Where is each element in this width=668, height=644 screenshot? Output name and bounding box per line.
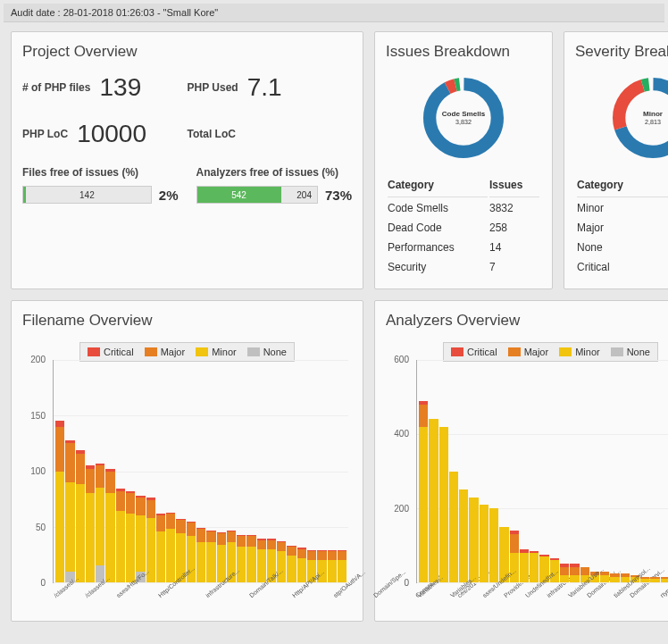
chart-bar bbox=[480, 360, 488, 582]
chart-bar bbox=[621, 360, 630, 582]
table-row: Critical bbox=[577, 258, 668, 276]
chart-bar bbox=[449, 360, 458, 582]
chart-bar bbox=[469, 360, 478, 582]
chart-bar bbox=[600, 360, 609, 582]
legend: Critical Major Minor None bbox=[443, 342, 658, 362]
chart-bar bbox=[86, 360, 95, 582]
chart-bar bbox=[489, 360, 498, 582]
chart-bar bbox=[297, 360, 306, 582]
chart-bar bbox=[76, 360, 85, 582]
issues-breakdown-title: Issues Breakdown bbox=[386, 43, 541, 61]
chart-bar bbox=[429, 360, 438, 582]
filename-overview-panel: Filename Overview Critical Major Minor N… bbox=[11, 300, 363, 622]
issues-donut: Code Smells 3,832 bbox=[419, 73, 508, 163]
chart-bar bbox=[227, 360, 236, 582]
issues-table: CategoryIssues Code Smells3832Dead Code2… bbox=[386, 177, 541, 278]
svg-text:2,813: 2,813 bbox=[645, 119, 661, 126]
analyzers-free-label: Analyzers free of issues (%) bbox=[196, 166, 353, 179]
chart-bar bbox=[116, 360, 125, 582]
chart-bar bbox=[105, 360, 114, 582]
chart-bar bbox=[459, 360, 468, 582]
chart-bar bbox=[287, 360, 296, 582]
audit-bar: Audit date : 28-01-2018 01:26:03 - "Smal… bbox=[4, 4, 664, 22]
chart-bar bbox=[307, 360, 316, 582]
chart-bar bbox=[570, 360, 579, 582]
chart-bar bbox=[267, 360, 276, 582]
chart-bar bbox=[196, 360, 205, 582]
chart-bar bbox=[499, 360, 508, 582]
severity-donut: Minor 2,813 bbox=[608, 73, 668, 163]
files-free-inner: 142 bbox=[79, 190, 95, 200]
chart-bar bbox=[338, 360, 347, 582]
table-row: Major1 bbox=[577, 219, 668, 237]
files-free-bar: 142 bbox=[22, 186, 152, 204]
project-overview-panel: Project Overview # of PHP files 139 PHP … bbox=[11, 31, 363, 289]
severity-breakdown-panel: Severity Breakdo Minor 2,813 CategoryIs … bbox=[564, 31, 668, 289]
svg-point-0 bbox=[430, 84, 497, 152]
chart-bar bbox=[630, 360, 639, 582]
php-loc-value: 10000 bbox=[77, 120, 146, 148]
chart-bar bbox=[96, 360, 104, 582]
chart-bar bbox=[187, 360, 196, 582]
analyzers-chart: Critical Major Minor None 0200400600 Var… bbox=[386, 342, 668, 619]
table-row: None bbox=[577, 238, 668, 256]
chart-bar bbox=[510, 360, 519, 582]
chart-bar bbox=[661, 360, 668, 582]
chart-bar bbox=[439, 360, 448, 582]
issues-breakdown-panel: Issues Breakdown Code Smells 3,832 Categ… bbox=[374, 31, 553, 289]
php-used-label: PHP Used bbox=[188, 81, 238, 94]
chart-bar bbox=[206, 360, 215, 582]
chart-bar bbox=[166, 360, 175, 582]
chart-bar bbox=[136, 360, 145, 582]
chart-bar bbox=[55, 360, 64, 582]
chart-bar bbox=[640, 360, 649, 582]
php-loc-label: PHP LoC bbox=[22, 128, 68, 140]
chart-bar bbox=[560, 360, 569, 582]
chart-bar bbox=[156, 360, 165, 582]
chart-bar bbox=[257, 360, 266, 582]
table-row: Minor2 bbox=[577, 199, 668, 217]
files-free-label: Files free of issues (%) bbox=[22, 166, 179, 179]
svg-text:Minor: Minor bbox=[643, 110, 664, 118]
chart-bar bbox=[277, 360, 286, 582]
analyzers-free-bar: 542 204 bbox=[196, 186, 318, 204]
table-row: Security7 bbox=[388, 258, 539, 276]
chart-bar bbox=[65, 360, 74, 582]
chart-bar bbox=[550, 360, 559, 582]
php-files-label: # of PHP files bbox=[22, 81, 90, 94]
legend: Critical Major Minor None bbox=[79, 342, 295, 362]
svg-text:Code Smells: Code Smells bbox=[442, 110, 486, 118]
chart-bar bbox=[328, 360, 337, 582]
chart-bar bbox=[237, 360, 246, 582]
chart-bar bbox=[246, 360, 255, 582]
project-overview-title: Project Overview bbox=[22, 43, 352, 61]
table-row: Dead Code258 bbox=[388, 219, 539, 237]
chart-bar bbox=[530, 360, 539, 582]
filename-chart: Critical Major Minor None 050100150200 /… bbox=[22, 342, 352, 619]
analyzers-free-extra: 204 bbox=[296, 190, 312, 200]
chart-bar bbox=[217, 360, 226, 582]
chart-bar bbox=[146, 360, 155, 582]
php-used-value: 7.1 bbox=[247, 73, 282, 102]
analyzers-free-pct: 73% bbox=[325, 188, 352, 203]
chart-bar bbox=[650, 360, 659, 582]
analyzers-overview-title: Analyzers Overview bbox=[386, 312, 668, 330]
php-files-value: 139 bbox=[99, 73, 141, 102]
files-free-pct: 2% bbox=[159, 188, 179, 203]
table-row: Performances14 bbox=[388, 238, 539, 256]
chart-bar bbox=[520, 360, 529, 582]
chart-bar bbox=[590, 360, 599, 582]
total-loc-label: Total LoC bbox=[188, 128, 236, 140]
filename-overview-title: Filename Overview bbox=[22, 312, 352, 330]
severity-breakdown-title: Severity Breakdo bbox=[575, 43, 668, 61]
chart-bar bbox=[126, 360, 135, 582]
chart-bar bbox=[610, 360, 619, 582]
chart-bar bbox=[419, 360, 428, 582]
chart-bar bbox=[580, 360, 589, 582]
chart-bar bbox=[317, 360, 326, 582]
chart-bar bbox=[539, 360, 548, 582]
analyzers-overview-panel: Analyzers Overview Critical Major Minor … bbox=[374, 300, 668, 622]
severity-table: CategoryIs Minor2Major1NoneCritical bbox=[575, 177, 668, 278]
analyzers-free-inner: 542 bbox=[231, 190, 246, 200]
svg-text:3,832: 3,832 bbox=[455, 119, 472, 126]
